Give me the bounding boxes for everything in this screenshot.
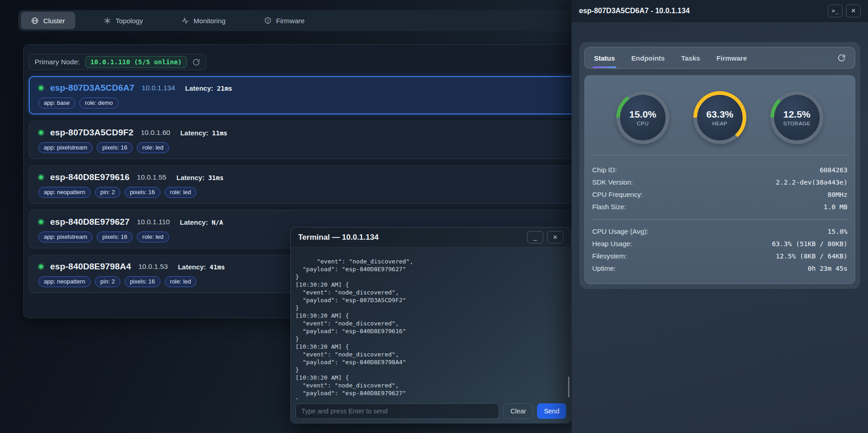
tab-cluster-label: Cluster	[43, 17, 65, 25]
terminal-command-input[interactable]	[295, 403, 499, 419]
detail-value: 12.5% (8KB / 64KB)	[776, 253, 847, 260]
detail-row-filesystem: Filesystem: 12.5% (8KB / 64KB)	[592, 250, 847, 262]
node-latency: Latency: 31ms	[176, 174, 223, 181]
node-tag: pin: 2	[95, 187, 120, 198]
node-tag: app: pixelstream	[38, 142, 93, 153]
node-tag: pixels: 16	[97, 232, 133, 242]
terminal-log-text: "event": "node_discovered", "payload": "…	[295, 258, 413, 399]
node-tag: app: neopattern	[38, 187, 91, 198]
node-ip: 10.0.1.110	[137, 218, 170, 226]
detail-value: 2.2.2-dev(38a443e)	[776, 179, 847, 186]
tab-topology-label: Topology	[116, 17, 143, 25]
detail-row-flash-size: Flash Size: 1.0 MB	[592, 201, 847, 213]
online-status-dot	[38, 264, 44, 269]
latency-value: 41ms	[210, 263, 225, 271]
detail-row-sdk-version: SDK Version: 2.2.2-dev(38a443e)	[592, 176, 847, 188]
node-name: esp-840D8E979616	[50, 172, 129, 182]
terminal-scrollbar[interactable]	[568, 376, 569, 397]
detail-label: Flash Size:	[592, 203, 626, 211]
latency-label: Latency:	[178, 263, 206, 271]
terminal-log[interactable]: "event": "node_discovered", "payload": "…	[291, 247, 571, 399]
terminal-close-button[interactable]: ✕	[547, 231, 563, 243]
detail-label: CPU Usage (Avg):	[592, 227, 648, 235]
detail-value: 0h 23m 45s	[808, 265, 847, 272]
node-tag: app: base	[38, 98, 75, 108]
terminal-input-row: Clear Send	[291, 399, 571, 423]
detail-value: 80MHz	[827, 191, 847, 198]
gauge-heap-value: 63.3%	[706, 109, 734, 120]
drawer-body: Status Endpoints Tasks Firmware 15.0% CP…	[572, 42, 868, 289]
gauge-cpu-value: 15.0%	[629, 109, 656, 120]
gauge-heap: 63.3% HEAP	[693, 91, 746, 144]
tab-tasks[interactable]: Tasks	[681, 54, 700, 62]
node-latency: Latency: 41ms	[178, 263, 225, 271]
tab-monitoring-label: Monitoring	[194, 17, 226, 25]
tab-firmware-drawer[interactable]: Firmware	[717, 54, 747, 62]
detail-value: 6084263	[820, 166, 847, 174]
detail-row-cpu-frequency: CPU Frequency: 80MHz	[592, 188, 847, 201]
latency-value: 21ms	[217, 85, 232, 92]
gauges-row: 15.0% CPU 63.3% HEAP 12.5% STORAGE	[592, 83, 847, 155]
node-tag: pixels: 16	[124, 187, 160, 198]
node-tag: pixels: 16	[124, 276, 160, 287]
terminal-title: Terminal — 10.0.1.134	[298, 233, 523, 242]
gauge-storage: 12.5% STORAGE	[770, 91, 823, 144]
node-tag: role: demo	[79, 98, 118, 108]
activity-icon	[181, 17, 189, 25]
latency-value: 11ms	[212, 129, 227, 137]
status-card: 15.0% CPU 63.3% HEAP 12.5% STORAGE	[584, 75, 855, 284]
node-latency: Latency: 21ms	[185, 84, 232, 92]
gauge-cpu: 15.0% CPU	[616, 91, 669, 144]
online-status-dot	[38, 175, 44, 180]
refresh-status-button[interactable]	[837, 54, 846, 62]
usage-info-group: CPU Usage (Avg): 15.0% Heap Usage: 63.3%…	[592, 225, 847, 274]
shield-alert-icon	[264, 17, 272, 25]
gauge-heap-face: 63.3% HEAP	[697, 95, 743, 140]
node-tag: app: pixelstream	[38, 232, 93, 242]
detail-label: Heap Usage:	[592, 240, 632, 247]
drawer-close-button[interactable]: ✕	[846, 5, 861, 17]
detail-label: SDK Version:	[592, 178, 633, 186]
divider	[592, 219, 847, 220]
detail-label: CPU Frequency:	[592, 191, 643, 198]
refresh-icon	[837, 54, 846, 62]
tab-cluster[interactable]: Cluster	[21, 12, 75, 29]
latency-label: Latency:	[180, 218, 208, 226]
drawer-tabs-bar: Status Endpoints Tasks Firmware	[584, 47, 855, 69]
drawer-content-container: Status Endpoints Tasks Firmware 15.0% CP…	[579, 42, 860, 289]
detail-value: 15.0%	[827, 228, 847, 235]
node-name: esp-840D8E979627	[50, 217, 129, 227]
online-status-dot	[38, 219, 44, 225]
topology-icon	[103, 17, 111, 25]
drawer-header: esp-807D3A5CD6A7 - 10.0.1.134 >_ ✕	[572, 0, 868, 22]
primary-node-label: Primary Node:	[35, 58, 80, 66]
gauge-heap-label: HEAP	[712, 121, 728, 126]
tab-status[interactable]: Status	[594, 54, 615, 62]
terminal-minimize-button[interactable]: _	[527, 231, 543, 243]
tab-firmware[interactable]: Firmware	[254, 12, 315, 29]
tab-endpoints[interactable]: Endpoints	[631, 54, 665, 62]
latency-value: 31ms	[208, 174, 224, 181]
online-status-dot	[38, 85, 44, 91]
chip-info-group: Chip ID: 6084263 SDK Version: 2.2.2-dev(…	[592, 164, 847, 213]
primary-node-bar: Primary Node: 10.0.1.110 (5/5 online)	[29, 54, 206, 70]
gauge-storage-face: 12.5% STORAGE	[774, 95, 820, 140]
node-detail-drawer: esp-807D3A5CD6A7 - 10.0.1.134 >_ ✕ Statu…	[571, 0, 868, 433]
terminal-clear-button[interactable]: Clear	[503, 403, 533, 419]
open-terminal-button[interactable]: >_	[828, 5, 842, 17]
tab-topology[interactable]: Topology	[93, 12, 153, 29]
terminal-send-button[interactable]: Send	[537, 403, 566, 419]
detail-row-heap-usage: Heap Usage: 63.3% (51KB / 80KB)	[592, 237, 847, 250]
drawer-title: esp-807D3A5CD6A7 - 10.0.1.134	[579, 7, 824, 15]
online-status-dot	[38, 130, 44, 135]
detail-label: Uptime:	[592, 264, 616, 272]
refresh-cluster-button[interactable]	[192, 58, 200, 66]
tab-monitoring[interactable]: Monitoring	[171, 12, 236, 29]
node-name: esp-840D8E9798A4	[50, 262, 131, 272]
terminal-titlebar[interactable]: Terminal — 10.0.1.134 _ ✕	[291, 227, 571, 247]
detail-value: 1.0 MB	[824, 203, 847, 211]
gauge-cpu-face: 15.0% CPU	[620, 95, 666, 140]
detail-row-chip-id: Chip ID: 6084263	[592, 164, 847, 176]
detail-row-cpu-usage: CPU Usage (Avg): 15.0%	[592, 225, 847, 237]
detail-label: Filesystem:	[592, 252, 627, 260]
